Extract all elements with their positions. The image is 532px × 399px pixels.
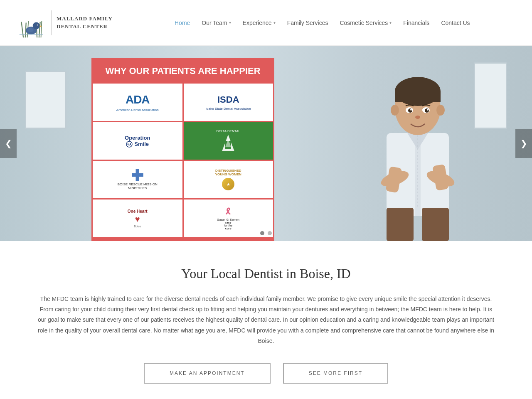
svg-rect-34 [422,208,449,241]
svg-point-28 [408,108,412,113]
svg-point-25 [436,105,445,116]
aff-one-heart: One Heart ♥ Boise [93,200,182,237]
aff-boise-rescue: BOISE RESCUE MISSIONMINISTRIES [93,161,182,198]
logo-area: MALLARD FAMILY DENTAL CENTER [17,6,158,39]
logo-icon [17,6,46,39]
aff-isda: ISDA Idaho State Dental Association [184,84,273,121]
site-header: MALLARD FAMILY DENTAL CENTER Home Our Te… [0,0,532,46]
ada-logo: ADA [126,93,150,106]
cross-icon [132,169,143,181]
slider-next-button[interactable]: ❯ [515,129,532,158]
ada-sub: American Dental Association [116,108,159,112]
logo-divider [51,10,52,35]
main-heading: Your Local Dentist in Boise, ID [33,266,499,281]
aff-komen: 🎗 Susan G. Komenracefor thecure [184,200,273,237]
slider-dots [260,231,272,235]
cta-buttons: MAKE AN APPOINTMENT SEE MORE FIRST [33,363,499,384]
aff-ada: ADA American Dental Association [93,84,182,121]
nav-cosmetic-services[interactable]: Cosmetic Services ▾ [340,20,392,26]
main-content: Your Local Dentist in Boise, ID The MFDC… [0,241,532,399]
svg-point-29 [425,108,429,113]
slider-dot-1[interactable] [260,231,264,235]
svg-point-11 [27,28,34,32]
svg-point-38 [130,143,131,144]
svg-rect-33 [387,208,414,241]
see-more-button[interactable]: SEE MORE FIRST [283,363,388,384]
svg-point-36 [126,141,132,147]
logo-text: MALLARD FAMILY DENTAL CENTER [57,15,113,30]
isda-sub: Idaho State Dental Association [206,107,251,111]
nav-our-team[interactable]: Our Team ▾ [202,20,231,26]
aff-operation-smile: Operation Smile [93,122,182,160]
affiliations-card: WHY OUR PATIENTS ARE HAPPIER ADA America… [91,58,274,241]
appointment-button[interactable]: MAKE AN APPOINTMENT [144,363,271,384]
nav-experience[interactable]: Experience ▾ [243,20,276,26]
affiliations-title: WHY OUR PATIENTS ARE HAPPIER [91,58,274,82]
svg-point-37 [128,143,128,144]
boise-text: BOISE RESCUE MISSIONMINISTRIES [118,182,158,190]
main-body: The MFDC team is highly trained to care … [37,294,495,346]
hero-slider: WHY OUR PATIENTS ARE HAPPIER ADA America… [0,46,532,241]
svg-point-31 [427,109,429,111]
svg-point-30 [410,109,412,111]
svg-rect-23 [395,91,441,102]
main-nav: Home Our Team ▾ Experience ▾ Family Serv… [175,20,515,26]
bg-window-left [25,71,66,129]
svg-line-0 [21,22,23,37]
our-team-chevron: ▾ [229,20,231,25]
nav-home[interactable]: Home [175,20,190,26]
aff-delta-dental: DELTA DENTAL [184,122,273,160]
svg-line-5 [41,21,42,37]
aff-distinguished: DistinguishedYoung Women ★ [184,161,273,198]
experience-chevron: ▾ [273,20,276,25]
affiliations-grid: ADA American Dental Association ISDA Ida… [91,82,274,238]
slider-dot-2[interactable] [268,231,272,235]
slider-prev-button[interactable]: ❮ [0,129,17,158]
svg-point-7 [33,22,40,29]
nav-contact-us[interactable]: Contact Us [441,20,470,26]
svg-point-32 [415,116,420,119]
ribbon-icon: 🎗 [224,207,232,217]
komen-text: Susan G. Komenracefor thecure [217,218,239,230]
doctor-illustration [345,50,490,241]
svg-point-10 [37,25,38,25]
cosmetic-chevron: ▾ [389,20,392,25]
heart-icon: ♥ [135,214,140,224]
nav-family-services[interactable]: Family Services [287,20,328,26]
isda-logo: ISDA [217,94,239,105]
nav-financials[interactable]: Financials [403,20,429,26]
svg-point-24 [391,105,399,116]
